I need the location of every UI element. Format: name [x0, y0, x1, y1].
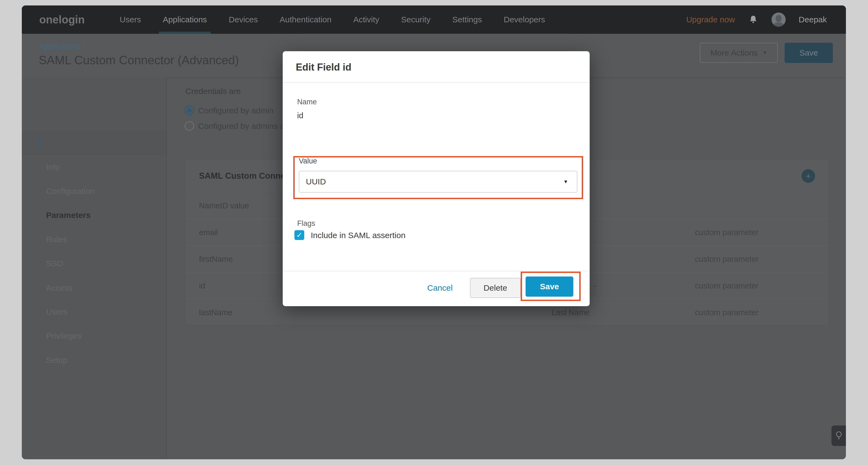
credentials-heading: Credentials are	[185, 87, 241, 96]
row-field-label: lastName	[199, 308, 232, 317]
flags-label: Flags	[297, 219, 315, 228]
top-navbar: onelogin Users Applications Devices Auth…	[22, 5, 846, 34]
radio-configured-by-admin[interactable]	[185, 106, 194, 115]
sidebar-item-parameters[interactable]: Parameters	[46, 210, 91, 220]
sidebar-active-bar	[39, 138, 41, 147]
upgrade-now-link[interactable]: Upgrade now	[686, 15, 735, 24]
select-caret-icon: ▼	[563, 179, 568, 185]
row-value-label: Last Name	[552, 308, 590, 317]
navbar-right-cluster: Upgrade now Deepak	[686, 5, 827, 34]
row-field-label: id	[199, 281, 205, 290]
sidebar-item-configuration[interactable]: Configuration	[46, 186, 95, 196]
edit-field-modal: Edit Field id Name id Value UUID ▼ Flags…	[283, 51, 590, 306]
modal-footer-divider	[283, 271, 590, 271]
sidebar-item-sso[interactable]: SSO	[46, 259, 63, 268]
name-value: id	[297, 111, 303, 120]
sidebar-item-rules[interactable]: Rules	[46, 235, 67, 244]
help-tab[interactable]	[832, 426, 846, 446]
sidebar: Info Configuration Parameters Rules SSO …	[22, 78, 167, 459]
plus-icon: +	[806, 171, 811, 181]
delete-button[interactable]: Delete	[470, 278, 521, 298]
main-nav: Users Applications Devices Authenticatio…	[120, 5, 545, 34]
sidebar-active-highlight	[22, 132, 166, 155]
lightbulb-icon	[834, 430, 843, 441]
avatar-head-shape	[776, 15, 782, 22]
modal-save-button[interactable]: Save	[526, 276, 573, 297]
value-select[interactable]: UUID ▼	[299, 171, 578, 193]
active-tab-underline	[159, 32, 211, 34]
nav-item-security[interactable]: Security	[401, 15, 430, 24]
add-parameter-button[interactable]: +	[802, 169, 815, 183]
more-actions-label: More Actions	[710, 48, 757, 58]
page-save-button[interactable]: Save	[784, 43, 833, 63]
user-name[interactable]: Deepak	[799, 15, 827, 24]
nav-item-applications[interactable]: Applications	[163, 15, 207, 24]
radio-label-configured-by-admin[interactable]: Configured by admin	[198, 106, 274, 115]
avatar-body-shape	[773, 22, 784, 27]
row-type-label: custom parameter	[695, 308, 759, 317]
row-value-label: -	[593, 281, 596, 290]
radio-label-configured-by-admins-and-users[interactable]: Configured by admins a	[198, 121, 285, 131]
value-label: Value	[299, 157, 317, 165]
modal-title-divider	[283, 82, 590, 83]
row-type-label: custom parameter	[695, 228, 759, 237]
sidebar-item-setup[interactable]: Setup	[46, 355, 67, 365]
value-selected-option: UUID	[306, 177, 326, 186]
chevron-down-icon: ▼	[763, 50, 767, 56]
nav-item-users[interactable]: Users	[120, 15, 141, 24]
user-avatar[interactable]	[772, 12, 786, 27]
checkmark-icon: ✓	[296, 232, 303, 239]
row-type-label: custom parameter	[695, 281, 759, 290]
modal-title: Edit Field id	[296, 62, 351, 73]
checkbox-label[interactable]: Include in SAML assertion	[311, 231, 405, 240]
sidebar-item-access[interactable]: Access	[46, 283, 72, 293]
row-field-label: NameID value	[199, 201, 249, 210]
nav-item-activity[interactable]: Activity	[353, 15, 379, 24]
breadcrumb[interactable]: Applications /	[39, 42, 85, 51]
notification-bell-icon[interactable]	[748, 14, 758, 25]
row-field-label: email	[199, 228, 218, 237]
page-title: SAML Custom Connector (Advanced)	[39, 54, 239, 67]
onelogin-logo: onelogin	[39, 13, 85, 26]
name-label: Name	[297, 98, 317, 106]
row-type-label: custom parameter	[695, 255, 759, 264]
screenshot-stage: onelogin Users Applications Devices Auth…	[0, 0, 868, 465]
cancel-button[interactable]: Cancel	[427, 283, 453, 293]
include-in-saml-assertion-checkbox[interactable]: ✓	[294, 230, 304, 240]
sidebar-item-privileges[interactable]: Privileges	[46, 331, 82, 341]
nav-item-authentication[interactable]: Authentication	[280, 15, 332, 24]
sidebar-item-users[interactable]: Users	[46, 307, 67, 317]
nav-item-settings[interactable]: Settings	[452, 15, 482, 24]
more-actions-button[interactable]: More Actions ▼	[700, 43, 778, 63]
sidebar-item-info[interactable]: Info	[46, 162, 60, 172]
radio-configured-by-admins-and-users[interactable]	[185, 121, 194, 131]
nav-item-developers[interactable]: Developers	[504, 15, 545, 24]
row-field-label: firstName	[199, 255, 233, 264]
nav-item-devices[interactable]: Devices	[229, 15, 258, 24]
